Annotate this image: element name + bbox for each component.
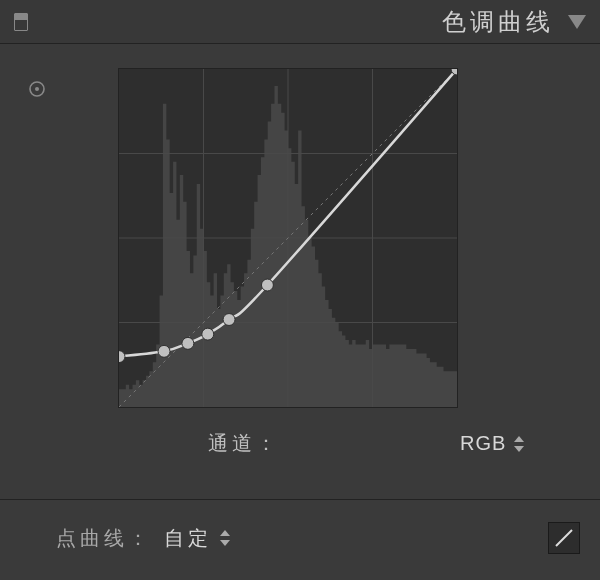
collapse-icon[interactable]: [568, 15, 586, 29]
point-curve-selector[interactable]: 自定: [164, 525, 230, 552]
svg-point-12: [182, 337, 194, 349]
panel-body: 通道： RGB: [0, 44, 600, 477]
channel-row: 通道： RGB: [208, 430, 572, 457]
tone-curve-graph[interactable]: [118, 68, 458, 408]
updown-icon: [220, 530, 230, 546]
linear-curve-button[interactable]: [548, 522, 580, 554]
updown-icon: [514, 436, 524, 452]
panel-title: 色调曲线: [442, 6, 554, 38]
header-right: 色调曲线: [442, 6, 586, 38]
svg-marker-18: [514, 446, 524, 452]
point-curve-label: 点曲线：: [56, 525, 152, 552]
svg-point-11: [158, 345, 170, 357]
svg-marker-19: [220, 530, 230, 536]
panel-handle-icon: [14, 13, 28, 31]
svg-point-10: [119, 351, 125, 363]
svg-marker-0: [568, 15, 586, 29]
svg-point-2: [35, 87, 39, 91]
footer-left: 点曲线： 自定: [56, 525, 230, 552]
target-adjustment-icon[interactable]: [28, 80, 46, 98]
svg-point-14: [223, 314, 235, 326]
channel-value: RGB: [460, 432, 506, 455]
svg-marker-17: [514, 436, 524, 442]
channel-selector[interactable]: RGB: [460, 432, 524, 455]
point-curve-value: 自定: [164, 525, 212, 552]
channel-label: 通道：: [208, 430, 280, 457]
svg-point-15: [261, 279, 273, 291]
point-curve-row: 点曲线： 自定: [0, 500, 600, 554]
panel-header[interactable]: 色调曲线: [0, 0, 600, 44]
svg-marker-20: [220, 540, 230, 546]
svg-point-13: [202, 328, 214, 340]
svg-line-21: [556, 530, 572, 546]
